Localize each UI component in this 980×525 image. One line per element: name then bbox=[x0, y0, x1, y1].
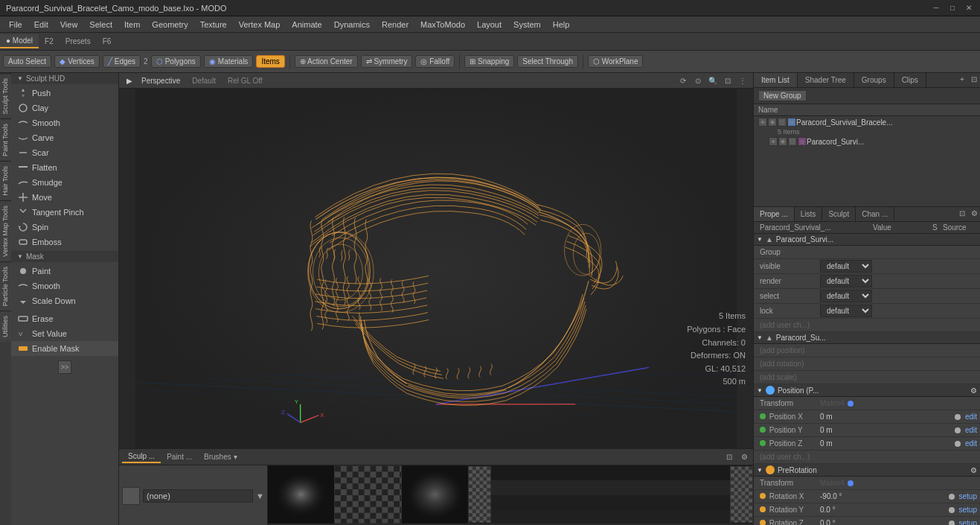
menu-render[interactable]: Render bbox=[376, 19, 414, 31]
expand-tab-icon[interactable]: ⊡ bbox=[968, 73, 980, 85]
collapse-panel-btn[interactable]: >> bbox=[58, 360, 71, 374]
rot-x-setup[interactable]: setup bbox=[959, 492, 977, 500]
emboss-tool[interactable]: Emboss bbox=[11, 235, 118, 249]
viewport-fullscreen-icon[interactable]: ⊡ bbox=[722, 74, 734, 86]
move-tool[interactable]: Move bbox=[11, 190, 118, 205]
props-expand-icon[interactable]: ⊡ bbox=[956, 207, 968, 219]
brush-preview-1[interactable] bbox=[268, 465, 335, 524]
rot-z-setup[interactable]: setup bbox=[959, 519, 977, 525]
tab-clips[interactable]: Clips bbox=[894, 73, 926, 87]
menu-animate[interactable]: Animate bbox=[286, 19, 327, 31]
menu-layout[interactable]: Layout bbox=[471, 19, 507, 31]
brush-preview-2[interactable] bbox=[335, 465, 402, 524]
prerotation-settings-icon[interactable]: ⚙ bbox=[970, 466, 977, 474]
tab-shader-tree[interactable]: Shader Tree bbox=[798, 73, 854, 87]
add-tab-icon[interactable]: + bbox=[956, 73, 968, 85]
tab-groups[interactable]: Groups bbox=[854, 73, 894, 87]
particle-tools-tab[interactable]: Particle Tools bbox=[0, 261, 11, 311]
group-header-4[interactable]: PreRotation ⚙ bbox=[754, 464, 980, 477]
sculpt-tab[interactable]: Sculp ... bbox=[122, 451, 161, 463]
pos-z-edit[interactable]: edit bbox=[965, 439, 977, 448]
smudge-tool[interactable]: Smudge bbox=[11, 175, 118, 190]
lock-icon-2[interactable]: ◻ bbox=[788, 137, 797, 146]
tab-presets[interactable]: Presets bbox=[60, 35, 97, 48]
rot-y-setup[interactable]: setup bbox=[959, 506, 977, 514]
group-header-2[interactable]: ▲ Paracord_Su... bbox=[754, 332, 980, 344]
carve-tool[interactable]: Carve bbox=[11, 130, 118, 145]
symmetry-btn[interactable]: ⇌ Symmetry bbox=[361, 55, 413, 68]
tab-f2[interactable]: F2 bbox=[39, 35, 60, 48]
lock-dropdown[interactable]: default bbox=[820, 305, 872, 317]
menu-maxtomodo[interactable]: MaxToModo bbox=[414, 19, 471, 31]
brush-dropdown-btn[interactable]: ▼ bbox=[256, 491, 264, 500]
pos-y-edit[interactable]: edit bbox=[965, 426, 977, 434]
vertex-map-tools-tab[interactable]: Vertex Map Tools bbox=[0, 200, 11, 261]
paint-mask-tool[interactable]: Paint bbox=[11, 264, 118, 279]
select-through-btn[interactable]: Select Through bbox=[517, 55, 578, 68]
sculpt-hud-header[interactable]: Sculpt HUD bbox=[11, 73, 118, 84]
menu-file[interactable]: File bbox=[3, 19, 28, 31]
viewport-search-icon[interactable]: 🔍 bbox=[707, 74, 719, 86]
viewport-preset[interactable]: Default bbox=[192, 77, 216, 85]
items-btn[interactable]: Items bbox=[256, 55, 284, 68]
viewport-3d[interactable]: X Y Z 5 Items Polygons : Face Channels: … bbox=[119, 89, 753, 448]
menu-edit[interactable]: Edit bbox=[28, 19, 54, 31]
render-dropdown[interactable]: default bbox=[820, 275, 872, 287]
props-tab-lists[interactable]: Lists bbox=[795, 207, 823, 221]
menu-vertex-map[interactable]: Vertex Map bbox=[233, 19, 286, 31]
auto-select-btn[interactable]: Auto Select bbox=[3, 55, 51, 68]
paint-tools-tab[interactable]: Paint Tools bbox=[0, 118, 11, 161]
set-value-tool[interactable]: V Set Value bbox=[11, 326, 118, 341]
eye-icon-1[interactable]: 👁 bbox=[758, 118, 767, 127]
push-tool[interactable]: Push bbox=[11, 86, 118, 101]
tab-f6[interactable]: F6 bbox=[97, 35, 118, 48]
item-row-paracord[interactable]: 👁 ◉ ◻ M Paracord_Survival_Bracele... bbox=[754, 116, 980, 128]
tab-model[interactable]: ● Model bbox=[0, 34, 39, 48]
visible-dropdown[interactable]: default bbox=[820, 260, 872, 273]
maximize-btn[interactable]: □ bbox=[947, 3, 958, 13]
group-header-1[interactable]: ▲ Paracord_Survi... bbox=[754, 234, 980, 246]
menu-geometry[interactable]: Geometry bbox=[146, 19, 193, 31]
render-icon-1[interactable]: ◉ bbox=[768, 118, 777, 127]
polygons-btn[interactable]: ⬡ Polygons bbox=[151, 55, 201, 68]
brush-preview-3[interactable] bbox=[402, 465, 469, 524]
menu-dynamics[interactable]: Dynamics bbox=[328, 19, 376, 31]
vertices-btn[interactable]: ◆ Vertices bbox=[54, 55, 100, 68]
hair-tools-tab[interactable]: Hair Tools bbox=[0, 161, 11, 200]
viewport-camera-icon[interactable]: ⊙ bbox=[692, 74, 704, 86]
flatten-tool[interactable]: Flatten bbox=[11, 160, 118, 175]
falloff-btn[interactable]: ◎ Falloff bbox=[415, 55, 455, 68]
props-tab-properties[interactable]: Prope ... bbox=[754, 207, 795, 221]
close-btn[interactable]: ✕ bbox=[964, 3, 974, 13]
minimize-btn[interactable]: ─ bbox=[931, 3, 941, 13]
viewport-expand-icon[interactable]: ⟳ bbox=[677, 74, 689, 86]
position-settings-icon[interactable]: ⚙ bbox=[970, 386, 977, 395]
item-row-group[interactable]: 👁 ◉ ◻ G Paracord_Survi... bbox=[754, 136, 980, 147]
scale-down-tool[interactable]: Scale Down bbox=[11, 293, 118, 308]
menu-texture[interactable]: Texture bbox=[194, 19, 233, 31]
paint-tab[interactable]: Paint ... bbox=[161, 451, 198, 462]
brushes-tab[interactable]: Brushes ▾ bbox=[198, 451, 243, 462]
viewport-mode[interactable]: Perspective bbox=[141, 77, 180, 85]
sculpt-tools-tab[interactable]: Sculpt Tools bbox=[0, 73, 11, 118]
clay-tool[interactable]: Clay bbox=[11, 101, 118, 115]
viewport-toggle-btn[interactable]: ▶ bbox=[124, 76, 135, 86]
render-icon-2[interactable]: ◉ bbox=[778, 137, 787, 146]
mask-header[interactable]: Mask bbox=[11, 251, 118, 262]
pos-x-edit[interactable]: edit bbox=[965, 413, 977, 421]
new-group-btn[interactable]: New Group bbox=[758, 90, 807, 101]
smooth-tool[interactable]: Smooth bbox=[11, 115, 118, 130]
menu-view[interactable]: View bbox=[54, 19, 84, 31]
menu-system[interactable]: System bbox=[507, 19, 547, 31]
spin-tool[interactable]: Spin bbox=[11, 220, 118, 235]
menu-item[interactable]: Item bbox=[118, 19, 146, 31]
snapping-btn[interactable]: ⊞ Snapping bbox=[464, 55, 514, 68]
action-center-btn[interactable]: ⊕ Action Center bbox=[295, 55, 358, 68]
menu-help[interactable]: Help bbox=[547, 19, 576, 31]
smooth-mask-tool[interactable]: Smooth bbox=[11, 279, 118, 293]
enable-mask-tool[interactable]: Enable Mask bbox=[11, 341, 118, 356]
props-tab-channels[interactable]: Chan ... bbox=[856, 207, 894, 221]
brush-preview-photo[interactable] bbox=[491, 465, 731, 524]
edges-btn[interactable]: ╱ Edges bbox=[103, 55, 141, 68]
scar-tool[interactable]: Scar bbox=[11, 145, 118, 160]
